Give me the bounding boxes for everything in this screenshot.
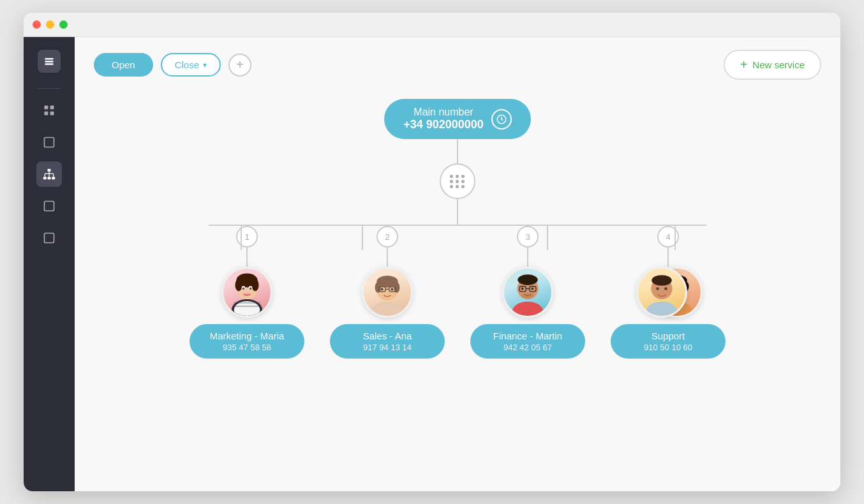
svg-rect-3 (45, 106, 48, 110)
h-bar (209, 225, 706, 226)
avatar-support-1 (636, 267, 687, 318)
branch-2: 2 (317, 226, 458, 359)
martin-person-svg (504, 269, 551, 316)
svg-point-30 (242, 288, 245, 290)
app-body: Open Close ▾ + + New service (24, 37, 840, 491)
svg-point-27 (251, 279, 258, 292)
branch-4-vline (667, 248, 669, 267)
grid-icon (43, 104, 56, 117)
branch-2-name: Sales - Ana (343, 330, 432, 341)
connector-top (457, 139, 458, 163)
close-button[interactable] (33, 20, 41, 29)
support1-person-svg (638, 269, 685, 316)
sidebar-item-grid[interactable] (36, 98, 62, 123)
svg-point-54 (652, 275, 671, 286)
branch-3-name: Finance - Martin (483, 330, 572, 341)
square1-icon (43, 136, 56, 149)
svg-point-33 (372, 302, 403, 316)
branch-3-label[interactable]: Finance - Martin 942 42 05 67 (470, 324, 585, 359)
branch-1: 1 (177, 226, 317, 359)
avatar-maria (221, 267, 272, 318)
svg-rect-6 (50, 112, 54, 115)
logo-icon (43, 55, 56, 68)
main-number-node[interactable]: Main number +34 902000000 (384, 99, 531, 139)
main-content: Open Close ▾ + + New service (75, 37, 840, 491)
new-service-button[interactable]: + New service (724, 50, 821, 80)
branch-3-vline (527, 248, 528, 267)
svg-point-31 (250, 288, 252, 290)
chevron-down-icon: ▾ (203, 61, 207, 70)
branch-drop-2 (362, 225, 363, 250)
svg-rect-9 (43, 177, 47, 179)
ana-person-svg (364, 269, 411, 316)
svg-rect-2 (45, 63, 53, 65)
branch-1-number: 1 (236, 226, 258, 248)
avatar-ana (362, 267, 413, 318)
svg-rect-10 (48, 177, 51, 179)
sidebar-item-org[interactable] (36, 161, 62, 187)
new-service-plus-icon: + (740, 57, 748, 72)
org-chart-icon (43, 168, 56, 181)
titlebar (24, 13, 840, 37)
toolbar-left: Open Close ▾ + (94, 53, 251, 77)
sidebar-item-square2[interactable] (36, 193, 62, 219)
svg-rect-1 (45, 61, 53, 63)
svg-rect-7 (45, 138, 54, 147)
svg-rect-11 (52, 177, 55, 179)
main-node-number: +34 902000000 (403, 118, 484, 131)
svg-rect-17 (45, 202, 54, 211)
avatar-martin (502, 267, 553, 318)
svg-point-51 (532, 288, 534, 290)
svg-rect-8 (48, 169, 51, 172)
square2-icon (43, 200, 56, 212)
svg-point-43 (512, 302, 543, 316)
dialpad-dots (450, 175, 465, 188)
close-button-toolbar[interactable]: Close ▾ (161, 53, 221, 77)
svg-point-32 (244, 293, 249, 296)
svg-point-56 (664, 287, 667, 290)
dialpad-node[interactable] (440, 163, 475, 199)
connector-dialpad-bottom (457, 199, 458, 225)
branch-1-label[interactable]: Marketing - Maria 935 47 58 58 (190, 324, 304, 359)
sidebar-item-square1[interactable] (36, 130, 62, 155)
sidebar-item-square3[interactable] (36, 225, 62, 251)
svg-point-52 (646, 302, 677, 316)
fullscreen-button[interactable] (59, 20, 68, 29)
avatar-support-double (636, 267, 700, 318)
branch-drop-3 (547, 225, 548, 250)
svg-rect-0 (45, 58, 53, 60)
traffic-lights (33, 20, 68, 29)
branch-4-name: Support (623, 330, 713, 341)
svg-point-55 (656, 287, 659, 290)
branch-2-phone: 917 94 13 14 (343, 343, 432, 352)
branch-4: 4 (598, 226, 738, 359)
branch-1-name: Marketing - Maria (202, 330, 292, 341)
plus-icon: + (236, 57, 244, 72)
sidebar-logo[interactable] (38, 50, 61, 73)
minimize-button[interactable] (46, 20, 54, 29)
svg-rect-4 (50, 106, 54, 110)
add-button[interactable]: + (228, 54, 251, 77)
branch-3: 3 (458, 226, 598, 359)
branch-3-phone: 942 42 05 67 (483, 343, 572, 352)
branch-2-vline (387, 248, 388, 267)
branch-1-phone: 935 47 58 58 (202, 343, 292, 352)
branch-4-label[interactable]: Support 910 50 10 60 (611, 324, 726, 359)
branch-drop-1 (241, 225, 242, 250)
branches-row: 1 (170, 226, 745, 359)
maria-person-svg (223, 269, 271, 316)
branch-drop-4 (674, 225, 676, 250)
main-node-title: Main number (403, 107, 484, 118)
sidebar-divider (38, 88, 61, 89)
open-button[interactable]: Open (94, 53, 153, 77)
svg-point-41 (381, 288, 384, 291)
branch-2-label[interactable]: Sales - Ana 917 94 13 14 (330, 324, 445, 359)
branch-3-number: 3 (517, 226, 539, 248)
square3-icon (43, 232, 56, 244)
branch-1-vline (246, 248, 248, 267)
svg-point-26 (235, 279, 242, 292)
branch-4-phone: 910 50 10 60 (623, 343, 713, 352)
svg-rect-18 (45, 233, 54, 243)
tree-connector (170, 199, 745, 226)
branch-2-number: 2 (376, 226, 398, 248)
